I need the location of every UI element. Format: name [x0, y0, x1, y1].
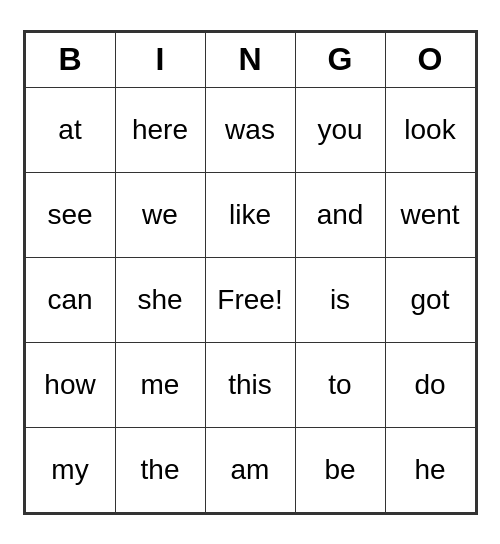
cell-r4-c4: he [385, 427, 475, 512]
cell-r2-c2: Free! [205, 257, 295, 342]
cell-r3-c4: do [385, 342, 475, 427]
cell-r1-c1: we [115, 172, 205, 257]
cell-r0-c0: at [25, 87, 115, 172]
table-row: atherewasyoulook [25, 87, 475, 172]
col-g: G [295, 32, 385, 87]
col-i: I [115, 32, 205, 87]
cell-r3-c1: me [115, 342, 205, 427]
cell-r4-c1: the [115, 427, 205, 512]
cell-r4-c0: my [25, 427, 115, 512]
col-b: B [25, 32, 115, 87]
cell-r2-c0: can [25, 257, 115, 342]
table-row: howmethistodo [25, 342, 475, 427]
cell-r2-c4: got [385, 257, 475, 342]
bingo-card: B I N G O atherewasyoulookseewelikeandwe… [23, 30, 478, 515]
table-row: seewelikeandwent [25, 172, 475, 257]
cell-r3-c3: to [295, 342, 385, 427]
table-row: mytheambehe [25, 427, 475, 512]
cell-r2-c1: she [115, 257, 205, 342]
cell-r1-c0: see [25, 172, 115, 257]
bingo-body: atherewasyoulookseewelikeandwentcansheFr… [25, 87, 475, 512]
col-o: O [385, 32, 475, 87]
cell-r1-c4: went [385, 172, 475, 257]
cell-r1-c2: like [205, 172, 295, 257]
cell-r3-c2: this [205, 342, 295, 427]
cell-r0-c4: look [385, 87, 475, 172]
cell-r0-c3: you [295, 87, 385, 172]
cell-r2-c3: is [295, 257, 385, 342]
cell-r0-c2: was [205, 87, 295, 172]
cell-r3-c0: how [25, 342, 115, 427]
table-row: cansheFree!isgot [25, 257, 475, 342]
col-n: N [205, 32, 295, 87]
cell-r4-c2: am [205, 427, 295, 512]
cell-r1-c3: and [295, 172, 385, 257]
cell-r0-c1: here [115, 87, 205, 172]
cell-r4-c3: be [295, 427, 385, 512]
bingo-table: B I N G O atherewasyoulookseewelikeandwe… [25, 32, 476, 513]
header-row: B I N G O [25, 32, 475, 87]
